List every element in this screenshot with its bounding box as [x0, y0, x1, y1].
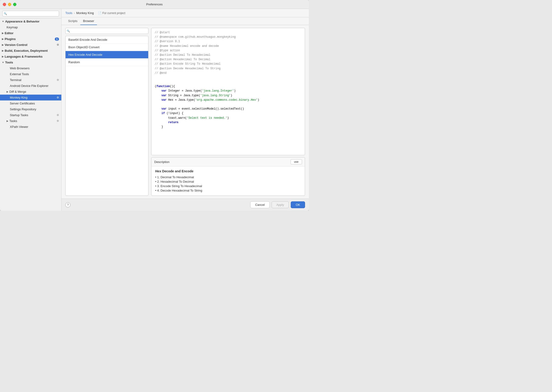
description-title: Hex Decode and Encode — [155, 169, 301, 173]
sidebar-item-label: XPath Viewer — [10, 125, 28, 129]
sidebar-item-settings-repo[interactable]: Settings Repository — [0, 106, 61, 112]
use-button[interactable]: use — [290, 159, 302, 164]
sidebar-item-editor[interactable]: ▶ Editor — [0, 30, 61, 36]
sidebar-item-monkey-king[interactable]: Monkey King ⚙ — [0, 95, 61, 100]
sidebar-item-appearance-behavior[interactable]: ▼ Appearance & Behavior — [0, 19, 61, 24]
sidebar-item-label: Tools — [5, 61, 13, 64]
breadcrumb-current: Monkey King — [76, 11, 94, 15]
sidebar-item-label: External Tools — [10, 72, 29, 76]
script-item-label: Random — [68, 60, 80, 64]
description-body: Hex Decode and Encode 1. Decimal To Hexa… — [152, 167, 305, 196]
panel-content: 🔍 Base64 Encode And Decode Bson ObjectID… — [62, 25, 309, 199]
code-line: } — [155, 125, 302, 129]
code-line: // @version 0.1 — [155, 39, 302, 44]
sidebar-item-tools[interactable]: ▼ Tools — [0, 59, 61, 65]
code-line: // @start — [155, 30, 302, 35]
list-item: 1. Decimal To Hexadecimal — [155, 175, 301, 179]
preferences-window: Preferences 🔍 ▼ Appearance & Behavior Ke… — [0, 0, 309, 211]
script-item-random[interactable]: Random — [66, 59, 148, 66]
code-line: if (!input) { — [155, 111, 302, 116]
help-button[interactable]: ? — [65, 202, 70, 208]
chevron-right-icon: ▶ — [2, 38, 4, 40]
chevron-right-icon: ▶ — [7, 120, 8, 122]
sidebar-item-terminal[interactable]: Terminal ⚙ — [0, 77, 61, 83]
code-line: return — [155, 120, 302, 125]
breadcrumb: Tools › Monkey King 📄 For current projec… — [62, 9, 309, 17]
code-panel: // @start // @namespace com.github.mount… — [151, 28, 305, 196]
sidebar-item-label: Tasks — [9, 119, 17, 123]
close-button[interactable] — [3, 3, 6, 6]
script-search-input[interactable] — [65, 28, 148, 34]
sidebar-item-label: Android Device File Explorer — [10, 84, 48, 88]
chevron-right-icon: ▶ — [2, 55, 4, 58]
window-title: Preferences — [146, 3, 162, 6]
sidebar: 🔍 ▼ Appearance & Behavior Keymap ▶ Edito… — [0, 9, 62, 211]
tab-scripts[interactable]: Scripts — [65, 17, 80, 25]
sidebar-search-container: 🔍 — [0, 9, 61, 19]
sidebar-item-tasks[interactable]: ▶ Tasks ⚙ — [0, 118, 61, 124]
sidebar-item-xpath-viewer[interactable]: XPath Viewer — [0, 124, 61, 130]
code-line: // @action Decimal To Hexadecimal — [155, 53, 302, 57]
ok-button[interactable]: OK — [291, 201, 305, 208]
chevron-right-icon: ▶ — [2, 32, 4, 35]
right-panel: Tools › Monkey King 📄 For current projec… — [62, 9, 309, 211]
sidebar-item-build-execution[interactable]: ▶ Build, Execution, Deployment — [0, 48, 61, 54]
chevron-down-icon: ▼ — [2, 61, 4, 64]
sidebar-item-startup-tasks[interactable]: Startup Tasks ⚙ — [0, 112, 61, 118]
sidebar-item-label: Languages & Frameworks — [5, 55, 43, 58]
chevron-right-icon: ▶ — [7, 90, 8, 93]
code-line: // @action Hexadecimal To Decimal — [155, 57, 302, 62]
apply-button[interactable]: Apply — [272, 201, 289, 208]
sidebar-item-plugins[interactable]: ▶ Plugins 1 — [0, 36, 61, 42]
settings-icon: ⚙ — [57, 96, 59, 99]
sidebar-search-input[interactable] — [2, 11, 59, 16]
sidebar-item-server-certs[interactable]: Server Certificates — [0, 100, 61, 106]
description-list: 1. Decimal To Hexadecimal 2. Hexadecimal… — [155, 175, 301, 193]
sidebar-item-version-control[interactable]: ▶ Version Control ⚙ — [0, 42, 61, 48]
sidebar-item-label: Monkey King — [10, 96, 28, 99]
sidebar-item-keymap[interactable]: Keymap — [0, 24, 61, 30]
sidebar-item-label: Plugins — [5, 37, 16, 41]
description-panel: Description use Hex Decode and Encode 1.… — [151, 157, 305, 196]
chevron-right-icon: ▶ — [2, 49, 4, 52]
code-line: (function(){ — [155, 84, 302, 89]
titlebar: Preferences — [0, 0, 309, 9]
script-item-bson[interactable]: Bson ObjectID Convert — [66, 43, 148, 51]
script-search-container: 🔍 — [65, 28, 148, 34]
sidebar-item-label: Keymap — [7, 26, 18, 29]
sidebar-item-android-device[interactable]: Android Device File Explorer — [0, 83, 61, 89]
code-line: var String = Java.type('java.lang.String… — [155, 93, 302, 98]
code-line — [155, 102, 302, 107]
code-line: toast.warn('Select text is needed.') — [155, 116, 302, 120]
sidebar-item-languages-frameworks[interactable]: ▶ Languages & Frameworks — [0, 54, 61, 59]
chevron-down-icon: ▼ — [2, 20, 4, 23]
script-item-hex[interactable]: Hex Encode And Decode — [66, 51, 148, 59]
description-header: Description use — [152, 157, 305, 167]
breadcrumb-project: 📄 For current project — [98, 12, 125, 15]
script-item-base64[interactable]: Base64 Encode And Decode — [66, 36, 148, 43]
tab-scripts-label: Scripts — [68, 19, 77, 23]
code-editor[interactable]: // @start // @namespace com.github.mount… — [151, 28, 305, 155]
breadcrumb-tools-link[interactable]: Tools — [65, 11, 72, 15]
code-line: var Integer = Java.type('java.lang.Integ… — [155, 89, 302, 93]
maximize-button[interactable] — [13, 3, 16, 6]
code-line — [155, 80, 302, 84]
code-line: // @action Encode String To Hexadecimal — [155, 62, 302, 66]
tab-browser[interactable]: Browser — [80, 17, 97, 25]
sidebar-item-label: Server Certificates — [10, 102, 35, 105]
description-label: Description — [154, 160, 170, 164]
list-item: 4. Decode Hexadecimal To String — [155, 188, 301, 193]
sidebar-item-web-browsers[interactable]: Web Browsers — [0, 65, 61, 71]
bottom-buttons: Cancel Apply OK — [250, 201, 305, 208]
bottom-bar: ? Cancel Apply OK — [62, 199, 309, 211]
script-item-label: Bson ObjectID Convert — [68, 45, 99, 49]
code-line — [155, 129, 302, 134]
code-line: var Hex = Java.type('org.apache.commons.… — [155, 98, 302, 102]
code-line: var input = event.selectionModel().selec… — [155, 107, 302, 111]
list-item: 2. Hexadecimal To Decimal — [155, 179, 301, 184]
cancel-button[interactable]: Cancel — [250, 201, 269, 208]
sidebar-item-diff-merge[interactable]: ▶ Diff & Merge — [0, 89, 61, 95]
sidebar-item-external-tools[interactable]: External Tools — [0, 71, 61, 77]
sidebar-item-label: Startup Tasks — [10, 113, 28, 117]
minimize-button[interactable] — [8, 3, 11, 6]
